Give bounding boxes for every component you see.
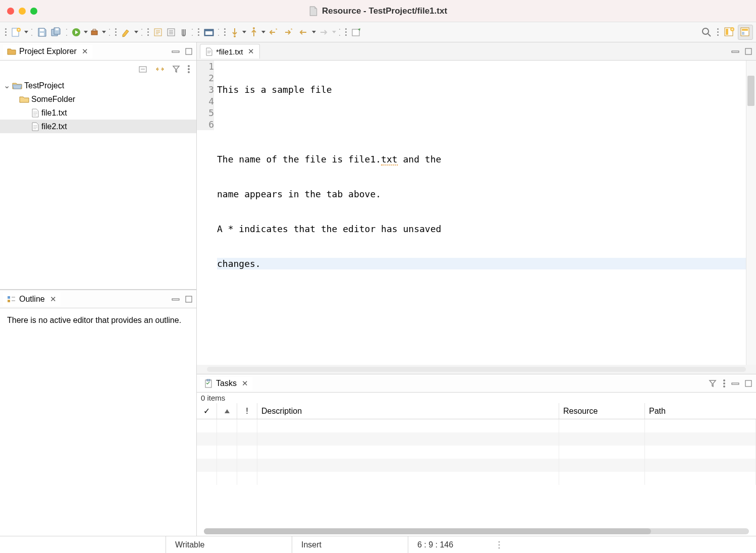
svg-rect-34 [745, 48, 751, 54]
svg-rect-40 [732, 383, 739, 384]
tree-project-label: TestProject [24, 81, 64, 90]
toggle-whitespace-button[interactable] [152, 26, 164, 38]
table-row [197, 472, 756, 485]
highlight-dropdown[interactable] [134, 31, 139, 33]
run-dropdown[interactable] [83, 31, 88, 33]
project-tree: ⌄ TestProject SomeFolder file1.txt [0, 78, 196, 289]
tasks-col-complete[interactable]: ✓ [197, 403, 217, 419]
tasks-columns: ✓ ! Description Resource Path [197, 403, 756, 419]
minimize-icon[interactable] [171, 296, 180, 303]
highlight-button[interactable] [120, 26, 133, 39]
prev-annotation-dropdown[interactable] [261, 31, 266, 33]
line-number: 1 [197, 61, 214, 72]
tasks-col-priority-up[interactable] [217, 403, 237, 419]
project-explorer-header: Project Explorer ✕ [0, 42, 196, 61]
run-ext-dropdown[interactable] [101, 31, 106, 33]
open-perspective-button[interactable] [723, 26, 736, 39]
maximize-icon[interactable] [744, 380, 753, 387]
close-window-button[interactable] [7, 8, 14, 15]
tasks-col-description[interactable]: Description [257, 403, 559, 419]
folder-nav-icon [7, 47, 16, 56]
search-button[interactable] [700, 26, 713, 39]
tree-file2-row[interactable]: file2.txt [0, 120, 196, 133]
tree-project-row[interactable]: ⌄ TestProject [0, 79, 196, 92]
maximize-window-button[interactable] [30, 8, 37, 15]
collapse-all-button[interactable] [138, 64, 149, 74]
back-dropdown[interactable] [311, 31, 316, 33]
chevron-down-icon[interactable]: ⌄ [3, 81, 10, 90]
tasks-col-priority[interactable]: ! [237, 403, 257, 419]
maximize-icon[interactable] [184, 296, 193, 303]
tree-file1-row[interactable]: file1.txt [0, 106, 196, 120]
line-number: 4 [197, 95, 214, 107]
outline-label: Outline [19, 295, 45, 304]
next-annotation-dropdown[interactable] [242, 31, 247, 33]
tasks-col-path[interactable]: Path [645, 403, 756, 419]
minimize-icon[interactable] [171, 48, 180, 55]
editor-tab-close-icon[interactable]: ✕ [248, 47, 254, 56]
editor-tabs: *file1.txt ✕ [197, 42, 756, 61]
block-select-button[interactable] [165, 26, 177, 38]
outline-close-icon[interactable]: ✕ [50, 295, 57, 304]
tasks-tab[interactable]: Tasks ✕ [200, 377, 252, 390]
line-number: 6 [197, 119, 214, 130]
project-explorer-toolbar [0, 61, 196, 78]
save-all-button[interactable] [49, 26, 64, 39]
forward-dropdown[interactable] [332, 31, 337, 33]
tasks-menu-button[interactable] [722, 378, 727, 389]
svg-rect-3 [40, 33, 44, 36]
toggle-breadcrumb-button[interactable] [202, 26, 215, 38]
save-button[interactable] [35, 26, 48, 39]
show-whitespace-button[interactable] [178, 26, 189, 38]
prev-annotation-button[interactable] [248, 26, 260, 39]
run-ext-button[interactable] [89, 27, 100, 38]
tree-file1-label: file1.txt [41, 108, 67, 118]
code-line: changes. [217, 258, 746, 269]
status-bar: Writable Insert 6 : 9 : 146 [0, 536, 756, 553]
main-toolbar: * * [0, 22, 756, 42]
new-dropdown[interactable] [24, 31, 29, 33]
tasks-col-resource[interactable]: Resource [559, 403, 645, 419]
maximize-icon[interactable] [184, 48, 193, 55]
editor-text-area[interactable]: This is a sample file The name of the fi… [217, 61, 746, 365]
tasks-filter-button[interactable] [708, 378, 718, 389]
tree-folder-row[interactable]: SomeFolder [0, 92, 196, 106]
new-button[interactable] [10, 26, 23, 39]
svg-point-26 [188, 65, 190, 67]
svg-rect-24 [186, 48, 192, 54]
status-menu-button[interactable] [489, 536, 510, 553]
svg-rect-4 [56, 28, 59, 30]
next-annotation-button[interactable] [229, 26, 241, 39]
forward-button[interactable] [317, 27, 331, 37]
link-editor-button[interactable] [154, 64, 166, 74]
table-row [197, 459, 756, 472]
svg-rect-21 [742, 29, 748, 31]
resource-perspective-button[interactable] [738, 25, 753, 40]
pin-editor-button[interactable] [350, 26, 363, 38]
maximize-icon[interactable] [744, 48, 753, 55]
outline-header: Outline ✕ [0, 290, 196, 308]
overview-ruler[interactable] [746, 61, 756, 365]
outline-tab[interactable]: Outline ✕ [3, 293, 61, 306]
svg-rect-6 [91, 31, 97, 35]
project-explorer-close-icon[interactable]: ✕ [82, 47, 88, 56]
editor-tab-label: *file1.txt [216, 47, 243, 56]
editor-tab-file1[interactable]: *file1.txt ✕ [200, 44, 260, 59]
file-icon [31, 122, 39, 131]
filter-button[interactable] [171, 64, 181, 74]
forward-edit-button[interactable]: * [282, 27, 296, 38]
tasks-icon [204, 379, 213, 388]
run-button[interactable] [70, 26, 82, 38]
editor-horizontal-scrollbar[interactable] [197, 365, 756, 374]
minimize-icon[interactable] [731, 380, 740, 387]
back-button[interactable] [297, 27, 310, 37]
project-explorer-tab[interactable]: Project Explorer ✕ [3, 45, 92, 58]
view-menu-button[interactable] [186, 64, 191, 75]
last-edit-button[interactable]: * [267, 27, 281, 38]
tasks-horizontal-scrollbar[interactable] [197, 527, 756, 536]
minimize-window-button[interactable] [19, 8, 26, 15]
minimize-icon[interactable] [731, 48, 740, 55]
tasks-close-icon[interactable]: ✕ [242, 379, 248, 388]
ruler-thumb[interactable] [747, 76, 754, 106]
editor-body[interactable]: 1 2 3 4 5 6 This is a sample file The na… [197, 61, 756, 365]
